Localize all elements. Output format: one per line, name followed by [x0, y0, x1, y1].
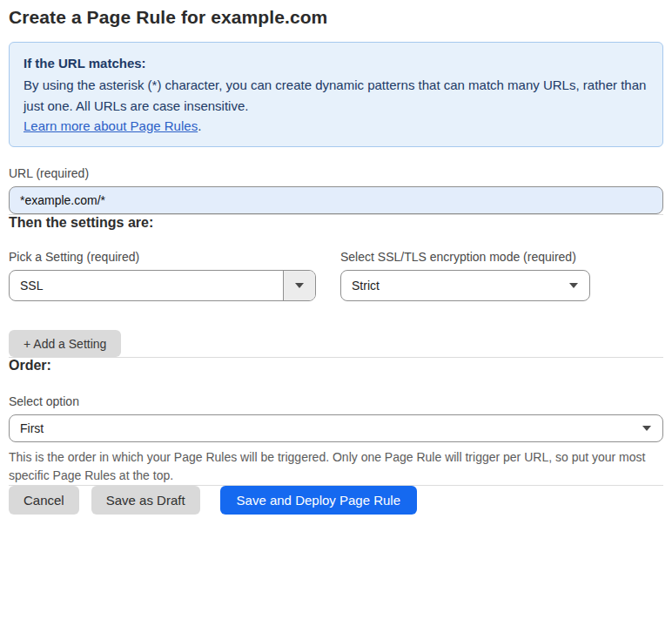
order-select-value: First [10, 415, 642, 441]
order-select[interactable]: First [9, 414, 663, 442]
info-box-body: By using the asterisk (*) character, you… [24, 75, 648, 116]
setting-select-arrow-button[interactable] [283, 271, 315, 300]
cancel-button[interactable]: Cancel [9, 486, 79, 515]
form-actions: Cancel Save as Draft Save and Deploy Pag… [9, 486, 663, 515]
setting-select-group: Pick a Setting (required) SSL [9, 250, 316, 301]
chevron-down-icon [295, 283, 304, 288]
order-select-label: Select option [9, 394, 663, 408]
info-box-link-line: Learn more about Page Rules. [24, 116, 648, 136]
url-field-label: URL (required) [9, 166, 663, 180]
setting-select[interactable]: SSL [9, 270, 316, 301]
order-select-arrow [642, 415, 662, 441]
url-input[interactable] [9, 186, 663, 214]
setting-select-value: SSL [10, 271, 283, 300]
mode-select-value: Strict [341, 271, 569, 300]
url-match-info-box: If the URL matches: By using the asteris… [9, 42, 663, 147]
setting-select-label: Pick a Setting (required) [9, 250, 316, 264]
save-as-draft-button[interactable]: Save as Draft [91, 486, 200, 515]
link-suffix: . [198, 118, 201, 133]
page-title: Create a Page Rule for example.com [9, 7, 663, 28]
info-box-heading: If the URL matches: [24, 53, 648, 73]
settings-section-heading: Then the settings are: [9, 215, 663, 231]
chevron-down-icon [642, 426, 651, 431]
mode-select[interactable]: Strict [340, 270, 590, 301]
add-setting-button[interactable]: + Add a Setting [9, 330, 121, 357]
order-help-text: This is the order in which your Page Rul… [9, 448, 663, 485]
mode-select-label: Select SSL/TLS encryption mode (required… [340, 250, 590, 264]
mode-select-group: Select SSL/TLS encryption mode (required… [340, 250, 590, 301]
order-section-heading: Order: [9, 358, 663, 373]
mode-select-arrow [569, 271, 589, 300]
chevron-down-icon [569, 283, 578, 288]
learn-more-link[interactable]: Learn more about Page Rules [24, 118, 198, 133]
settings-row: Pick a Setting (required) SSL Select SSL… [9, 250, 663, 301]
save-and-deploy-button[interactable]: Save and Deploy Page Rule [220, 486, 417, 515]
